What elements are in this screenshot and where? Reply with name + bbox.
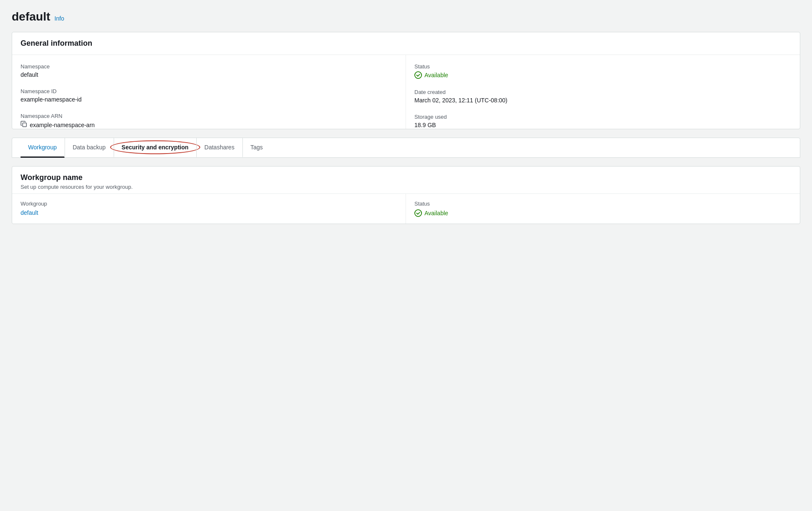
storage-used-value: 18.9 GB [414, 122, 791, 128]
svg-point-2 [415, 210, 422, 216]
status-label: Status [414, 63, 791, 70]
tab-datashares[interactable]: Datashares [196, 138, 242, 158]
workgroup-table: Workgroup default Status Available [12, 193, 800, 224]
general-info-card: General information Namespace default Na… [12, 32, 800, 129]
workgroup-card: Workgroup name Set up compute resources … [12, 166, 800, 224]
workgroup-status-check-icon [414, 209, 422, 217]
namespace-arn-value: example-namespace-arn [30, 122, 95, 128]
info-left-col: Namespace default Namespace ID example-n… [12, 55, 406, 129]
general-info-title: General information [21, 39, 791, 48]
status-value: Available [414, 71, 791, 79]
storage-used-label: Storage used [414, 114, 791, 120]
workgroup-col-label: Workgroup [21, 201, 397, 207]
tabs-bar: Workgroup Data backup Security and encry… [12, 138, 800, 158]
namespace-value: default [21, 71, 397, 78]
workgroup-status-value: Available [414, 209, 791, 217]
workgroup-status-label: Status [414, 201, 791, 207]
tab-security-encryption[interactable]: Security and encryption [114, 138, 196, 158]
svg-rect-0 [23, 123, 26, 127]
workgroup-status-col: Status Available [406, 194, 800, 224]
svg-point-1 [415, 72, 422, 78]
arn-row: example-namespace-arn [21, 121, 397, 129]
workgroup-card-subtitle: Set up compute resources for your workgr… [21, 184, 791, 190]
general-info-header: General information [12, 32, 800, 55]
info-right-col: Status Available Date created March 02, … [406, 55, 800, 129]
namespace-item: Namespace default [21, 63, 397, 78]
general-info-grid: Namespace default Namespace ID example-n… [12, 55, 800, 129]
date-created-item: Date created March 02, 2023, 12:11 (UTC-… [414, 89, 791, 104]
page-header: default Info [12, 10, 800, 23]
namespace-label: Namespace [21, 63, 397, 70]
tab-data-backup[interactable]: Data backup [65, 138, 114, 158]
namespace-id-label: Namespace ID [21, 88, 397, 94]
workgroup-card-header: Workgroup name Set up compute resources … [12, 167, 800, 193]
tab-workgroup[interactable]: Workgroup [21, 138, 65, 158]
workgroup-card-title: Workgroup name [21, 173, 791, 182]
copy-icon[interactable] [21, 121, 27, 129]
page-title: default [12, 10, 50, 23]
namespace-id-item: Namespace ID example-namespace-id [21, 88, 397, 103]
namespace-id-value: example-namespace-id [21, 96, 397, 103]
status-check-icon [414, 71, 422, 79]
namespace-arn-item: Namespace ARN example-namespace-arn [21, 113, 397, 129]
info-link[interactable]: Info [55, 15, 64, 22]
date-created-value: March 02, 2023, 12:11 (UTC-08:00) [414, 97, 791, 104]
storage-used-item: Storage used 18.9 GB [414, 114, 791, 128]
namespace-arn-label: Namespace ARN [21, 113, 397, 119]
status-item: Status Available [414, 63, 791, 79]
workgroup-col: Workgroup default [12, 194, 406, 224]
workgroup-col-value[interactable]: default [21, 209, 38, 216]
tab-tags[interactable]: Tags [242, 138, 271, 158]
date-created-label: Date created [414, 89, 791, 95]
